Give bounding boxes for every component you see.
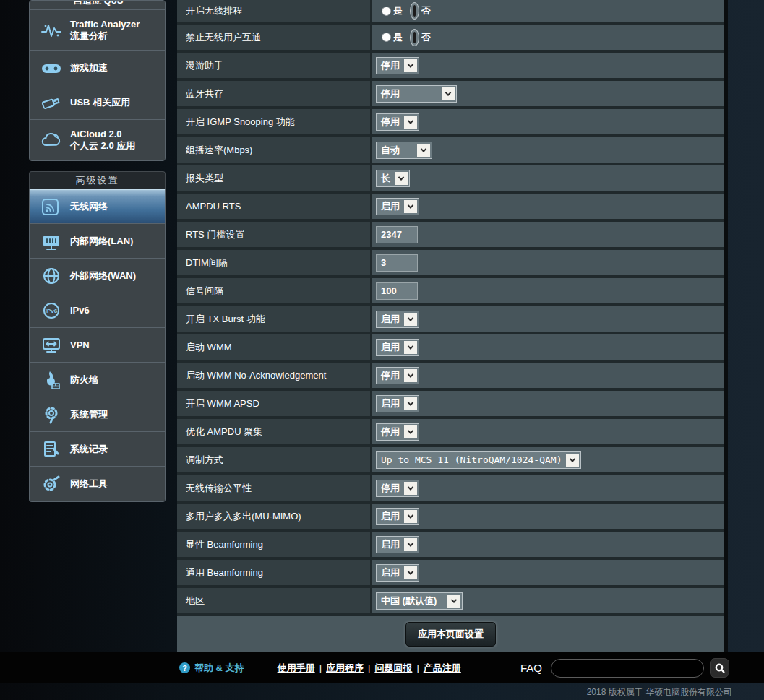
radio-option-no[interactable]: 否 [410, 2, 431, 20]
region-select[interactable]: 中国 (默认值) [376, 592, 463, 610]
apply-button[interactable]: 应用本页面设置 [405, 622, 496, 647]
row-value: Up to MCS 11 (NitroQAM/1024-QAM) [372, 447, 724, 472]
radio-group: 是 否 [376, 2, 431, 20]
chevron-down-icon[interactable] [404, 510, 417, 523]
form-row-igmp-snooping: 开启 IGMP Snooping 功能 停用 [177, 109, 724, 137]
magnifier-icon [714, 662, 726, 674]
utility-link[interactable]: 应用程序 [326, 662, 364, 675]
sidebar-item-aicloud[interactable]: AiCloud 2.0 个人云 2.0 应用 [30, 120, 165, 160]
sidebar-item-title: Traffic Analyzer [70, 19, 140, 30]
traffic-analyzer-icon [35, 18, 67, 43]
chevron-down-icon[interactable] [404, 397, 417, 410]
aicloud-icon [35, 128, 67, 152]
sidebar-item-usb-apps[interactable]: USB 相关应用 [30, 85, 165, 120]
wmm-apsd-select[interactable]: 启用 [376, 395, 419, 412]
radio-label: 是 [393, 31, 403, 44]
universal-beamforming-select[interactable]: 启用 [376, 564, 419, 582]
system-admin-icon [35, 402, 67, 427]
copyright-text: 2018 版权属于 华硕电脑股份有限公司 [587, 686, 732, 699]
chevron-down-icon[interactable] [404, 341, 417, 354]
rts-threshold-input[interactable] [376, 226, 418, 243]
footer-links: 使用手册 | 应用程序 | 问题回报 | 产品注册 [278, 662, 461, 675]
row-value: 启用 [372, 532, 724, 557]
row-label: RTS 门槛设置 [177, 222, 372, 247]
chevron-down-icon[interactable] [404, 59, 417, 72]
sidebar-item-network-tools[interactable]: 网络工具 [30, 467, 165, 501]
sidebar-item-firewall[interactable]: 防火墙 [30, 363, 165, 397]
sidebar-item-system-log[interactable]: 系统记录 [30, 432, 165, 467]
wmm-select[interactable]: 启用 [376, 339, 419, 356]
chevron-down-icon[interactable] [442, 87, 455, 100]
sidebar-item-system-admin[interactable]: 系统管理 [30, 397, 165, 432]
row-value: 中国 (默认值) [372, 588, 724, 613]
row-value: 启用 [372, 306, 724, 332]
row-label: 启动 WMM [177, 334, 372, 360]
sidebar-item-wan[interactable]: 外部网络(WAN) [30, 259, 165, 293]
dtim-interval-input[interactable] [376, 254, 418, 272]
chevron-down-icon[interactable] [404, 425, 417, 438]
chevron-down-icon[interactable] [404, 369, 417, 382]
chevron-down-icon[interactable] [395, 172, 408, 185]
radio-option-no[interactable]: 否 [410, 29, 431, 46]
tx-burst-select[interactable]: 启用 [376, 311, 419, 328]
row-value: 是 否 [372, 0, 724, 22]
ampdu-rts-select[interactable]: 启用 [376, 198, 419, 215]
select-value: 启用 [381, 397, 403, 410]
product-registration-link[interactable]: 产品注册 [424, 662, 461, 675]
chevron-down-icon[interactable] [404, 313, 417, 326]
radio-option-yes[interactable]: 是 [382, 31, 403, 44]
sidebar-item-label: 网络工具 [67, 478, 108, 490]
chevron-down-icon[interactable] [404, 200, 417, 213]
preamble-type-select[interactable]: 长 [376, 170, 410, 187]
radio-icon[interactable] [382, 7, 391, 16]
roaming-assistant-select[interactable]: 停用 [376, 57, 419, 74]
chevron-down-icon[interactable] [404, 538, 417, 551]
ampdu-aggregation-select[interactable]: 停用 [376, 423, 419, 441]
sidebar-item-vpn[interactable]: VPN [30, 328, 165, 363]
airtime-fairness-select[interactable]: 停用 [376, 480, 419, 497]
form-row-rts-threshold: RTS 门槛设置 [177, 222, 724, 250]
row-label: AMPDU RTS [177, 194, 372, 219]
chevron-down-icon[interactable] [447, 595, 460, 608]
row-label: 启动 WMM No-Acknowledgement [177, 363, 372, 388]
igmp-snooping-select[interactable]: 停用 [376, 113, 419, 131]
feedback-link[interactable]: 问题回报 [374, 662, 412, 675]
chevron-down-icon[interactable] [404, 566, 417, 579]
faq-search-input[interactable] [551, 659, 704, 678]
wireless-icon [35, 194, 67, 219]
radio-icon-selected[interactable] [410, 2, 419, 20]
sidebar-item-label: VPN [67, 340, 90, 351]
form-row-ap-isolate: 禁止无线用户互通 是 否 [177, 25, 724, 53]
network-tools-icon [35, 472, 67, 496]
chevron-down-icon[interactable] [404, 116, 417, 129]
mu-mimo-select[interactable]: 启用 [376, 508, 419, 525]
sidebar-item-wireless[interactable]: 无线网络 [30, 189, 165, 224]
sidebar-item-traffic-analyzer[interactable]: Traffic Analyzer 流量分析 [30, 10, 165, 51]
sidebar-item-lan[interactable]: 内部网络(LAN) [30, 224, 165, 259]
chevron-down-icon[interactable] [417, 144, 430, 157]
manual-link[interactable]: 使用手册 [278, 662, 315, 675]
sidebar-item-game-boost[interactable]: 游戏加速 [30, 51, 165, 85]
sidebar-item-adaptive-qos[interactable]: 自适应 QoS [30, 1, 165, 10]
multicast-rate-select[interactable]: 自动 [376, 142, 432, 159]
sidebar-item-label: 无线网络 [67, 201, 108, 212]
faq-search-button[interactable] [710, 658, 729, 678]
chevron-down-icon[interactable] [404, 482, 417, 495]
radio-option-yes[interactable]: 是 [382, 4, 403, 17]
radio-icon[interactable] [382, 33, 391, 42]
form-row-universal-beamforming: 通用 Beamforming 启用 [177, 560, 724, 588]
bluetooth-coexistence-select[interactable]: 停用 [376, 85, 457, 103]
sidebar-advanced-group: 无线网络 内部网络(LAN) 外部网络(WAN) IPv6 IPv6 VPN [29, 189, 166, 502]
wmm-no-ack-select[interactable]: 停用 [376, 367, 419, 384]
radio-icon-selected[interactable] [410, 29, 419, 46]
modulation-scheme-select[interactable]: Up to MCS 11 (NitroQAM/1024-QAM) [376, 451, 581, 469]
sidebar-item-title: AiCloud 2.0 [70, 129, 122, 139]
select-value: 停用 [381, 87, 403, 100]
sidebar-item-ipv6[interactable]: IPv6 IPv6 [30, 293, 165, 328]
select-value: 启用 [381, 566, 403, 579]
sidebar-item-label: 系统记录 [67, 444, 108, 455]
help-support-link[interactable]: ? 帮助 & 支持 [179, 662, 244, 675]
chevron-down-icon[interactable] [566, 454, 579, 467]
beacon-interval-input[interactable] [376, 282, 418, 300]
explicit-beamforming-select[interactable]: 启用 [376, 536, 419, 553]
